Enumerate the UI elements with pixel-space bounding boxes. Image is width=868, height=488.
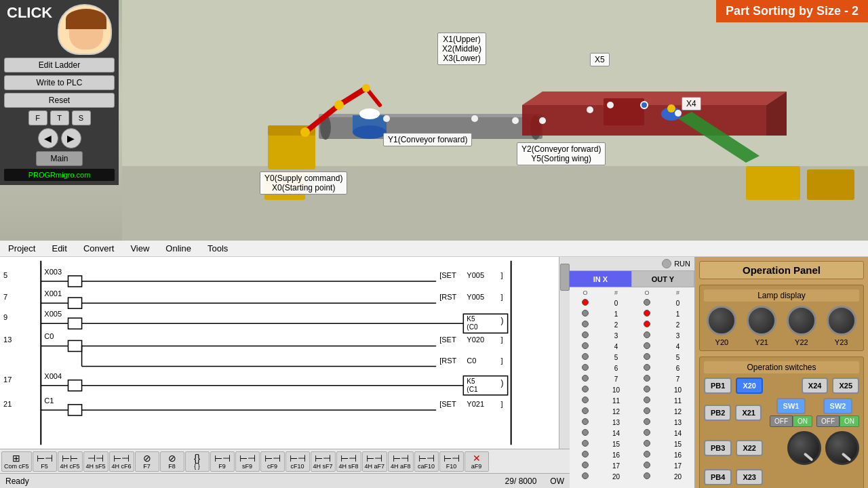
svg-text:]: ] <box>501 336 503 344</box>
svg-text:C0: C0 <box>44 332 54 340</box>
main-button[interactable]: Main <box>36 151 82 166</box>
sw2-off-button[interactable]: OFF <box>816 415 840 427</box>
svg-text:X001: X001 <box>44 289 62 298</box>
dial-sw1[interactable] <box>787 431 821 465</box>
svg-text:(C1: (C1 <box>467 386 478 393</box>
s-key[interactable]: S <box>72 110 91 125</box>
tb-com-cf5[interactable]: ⊞Com cF5 <box>1 451 32 472</box>
status-mode: OW <box>550 476 564 486</box>
pb4-button[interactable]: PB4 <box>704 469 732 485</box>
op-switches: Operation switches PB1 X20 X24 X25 PB2 X… <box>699 357 864 488</box>
svg-point-34 <box>641 102 648 108</box>
tb-sf8[interactable]: ⊢⊣4H sF8 <box>336 451 361 472</box>
t-key[interactable]: T <box>50 110 69 125</box>
title-bar: Part Sorting by Size - 2 <box>716 0 868 22</box>
lamp-label-y22: Y22 <box>795 338 808 346</box>
menu-online[interactable]: Online <box>163 242 194 255</box>
tb-f5[interactable]: ⊢⊣F5 <box>33 451 57 472</box>
tb-af7[interactable]: ⊢⊣4H aF7 <box>362 451 388 472</box>
io-header: IN X OUT Y <box>570 271 694 287</box>
ladder-scrollbar[interactable] <box>559 257 570 449</box>
op-panel: Operation Panel Lamp display Y20 Y21 <box>695 257 868 488</box>
menu-project[interactable]: Project <box>5 242 38 255</box>
svg-text:K5: K5 <box>467 378 475 385</box>
tb-sf7[interactable]: ⊢⊣4H sF7 <box>311 451 336 472</box>
tb-f7[interactable]: ⊘F7 <box>135 451 159 472</box>
tb-cf10[interactable]: ⊢⊣cF10 <box>285 451 310 472</box>
tb-f8[interactable]: ⊘F8 <box>160 451 184 472</box>
pb1-button[interactable]: PB1 <box>704 378 732 394</box>
x24-button[interactable]: X24 <box>802 378 829 394</box>
tb-cf9[interactable]: ⊢⊣cF9 <box>260 451 285 472</box>
svg-point-36 <box>675 110 682 117</box>
sw1-on-button[interactable]: ON <box>793 415 812 427</box>
reset-button[interactable]: Reset <box>4 93 115 108</box>
tb-f9[interactable]: ⊢⊣F9 <box>210 451 235 472</box>
tb-4h-sf5[interactable]: ⊣⊣4H sF5 <box>83 451 108 472</box>
svg-rect-58 <box>68 318 81 329</box>
next-button[interactable]: ▶ <box>61 128 81 148</box>
menu-tools[interactable]: Tools <box>205 242 231 255</box>
viewport: X1(Upper)X2(Middle)X3(Lower) X5 X4 Y1(Co… <box>0 0 868 241</box>
x21-button[interactable]: X21 <box>735 405 762 421</box>
svg-text:X005: X005 <box>44 310 62 318</box>
tb-af8[interactable]: ⊢⊣4H aF8 <box>388 451 414 472</box>
status-bar: Ready 29/ 8000 OW <box>0 473 570 488</box>
tb-4h-cf5[interactable]: ⊢⊢4H cF5 <box>58 451 83 472</box>
svg-rect-67 <box>68 340 81 351</box>
sw2-on-button[interactable]: ON <box>840 415 859 427</box>
svg-text:5: 5 <box>3 271 7 279</box>
tb-caf10[interactable]: ⊢⊣caF10 <box>414 451 439 472</box>
tb-braces[interactable]: {}{ } <box>185 451 210 472</box>
svg-point-15 <box>334 100 344 110</box>
switch-row-pb4: PB4 X23 <box>704 469 859 485</box>
bottom-content: [SET Y005] --> 5 X003 [SET Y005 ] [RST Y… <box>0 257 868 488</box>
prev-button[interactable]: ◀ <box>38 128 58 148</box>
lamp-y20: Y20 <box>707 306 736 346</box>
svg-text:Y005: Y005 <box>467 293 484 301</box>
x22-button[interactable]: X22 <box>736 440 763 456</box>
menu-view[interactable]: View <box>127 242 152 255</box>
ladder-scroll-thumb[interactable] <box>560 264 570 291</box>
f-key[interactable]: F <box>28 110 47 125</box>
svg-rect-50 <box>68 298 81 308</box>
tb-f10[interactable]: ⊢⊣F10 <box>439 451 464 472</box>
pb2-button[interactable]: PB2 <box>704 405 731 421</box>
menu-edit[interactable]: Edit <box>49 242 69 255</box>
svg-text:[SET: [SET <box>439 271 456 279</box>
svg-text:]: ] <box>501 400 503 408</box>
pb3-button[interactable]: PB3 <box>704 440 732 456</box>
menu-convert[interactable]: Convert <box>81 242 117 255</box>
svg-text:[SET: [SET <box>439 336 456 344</box>
svg-text:21: 21 <box>3 400 12 408</box>
nav-row: F T S <box>4 110 115 125</box>
x23-button[interactable]: X23 <box>736 469 763 485</box>
dial-sw2[interactable] <box>825 431 859 465</box>
status-ready: Ready <box>5 476 492 486</box>
x20-button[interactable]: X20 <box>736 378 763 394</box>
edit-ladder-button[interactable]: Edit Ladder <box>4 58 115 73</box>
tb-af9[interactable]: ✕aF9 <box>465 451 489 472</box>
svg-text:(C0: (C0 <box>467 323 478 331</box>
click-label: CLICK <box>7 4 52 22</box>
sw1-toggle: OFF ON <box>770 415 812 427</box>
lamp-circle-y23 <box>827 306 856 336</box>
tb-4h-cf6[interactable]: ⊢⊣4H cF6 <box>109 451 134 472</box>
io-tab-in-x[interactable]: IN X <box>570 271 632 287</box>
x25-button[interactable]: X25 <box>832 378 859 394</box>
ladder-canvas[interactable]: [SET Y005] --> 5 X003 [SET Y005 ] [RST Y… <box>0 257 570 449</box>
lamp-y21: Y21 <box>747 306 776 346</box>
io-tab-out-y[interactable]: OUT Y <box>632 271 694 287</box>
io-table: O # O # 00112233445566771010111112121313… <box>570 287 694 483</box>
sw1-off-button[interactable]: OFF <box>770 415 793 427</box>
svg-text:7: 7 <box>3 293 7 301</box>
write-to-plc-button[interactable]: Write to PLC <box>4 75 115 90</box>
switch-row-pb3: PB3 X22 <box>704 431 859 465</box>
ladder-svg: [SET Y005] --> 5 X003 [SET Y005 ] [RST Y… <box>0 257 559 449</box>
op-switches-title: Operation switches <box>704 361 859 373</box>
avatar <box>58 4 112 55</box>
svg-rect-42 <box>68 276 81 287</box>
lamp-label-y21: Y21 <box>755 338 768 346</box>
svg-text:K5: K5 <box>467 315 475 323</box>
tb-sf9[interactable]: ⊢⊣sF9 <box>235 451 260 472</box>
